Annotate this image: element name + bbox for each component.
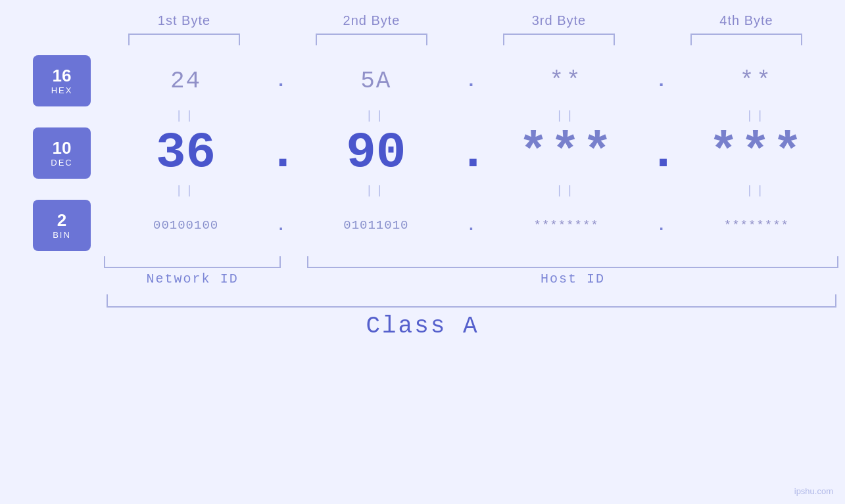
hex-val-b1: 24	[104, 68, 268, 95]
host-id-label: Host ID	[307, 271, 838, 286]
dec-val-b2: 90	[294, 125, 458, 181]
dec-val-b4: ***	[675, 125, 838, 181]
byte4-header: 4th Byte	[666, 13, 827, 28]
bracket-bottom-host-m2	[652, 256, 679, 268]
hex-val-b2: 5A	[294, 68, 458, 95]
dec-badge-number: 10	[53, 139, 72, 158]
eq1-b2: ||	[294, 109, 458, 122]
bin-val-b1: 00100100	[104, 218, 268, 233]
bracket-bottom-host-left	[307, 256, 467, 268]
bracket-bottom-host-right	[679, 256, 838, 268]
dec-val-b3: ***	[485, 125, 648, 181]
bin-val-b3: ********	[485, 218, 648, 233]
eq1-b4: ||	[675, 109, 838, 122]
eq2-b1: ||	[104, 184, 268, 197]
bracket-top-b1	[128, 34, 240, 45]
hex-dot-1: .	[268, 71, 294, 91]
watermark: ipshu.com	[794, 486, 833, 496]
eq2-b3: ||	[485, 184, 648, 197]
dec-badge-label: DEC	[51, 158, 72, 168]
dec-dot-2: .	[458, 125, 485, 181]
hex-val-b3: **	[485, 68, 648, 95]
bracket-bottom-b1	[104, 256, 281, 268]
bin-dot-3: .	[648, 217, 675, 235]
bin-dot-1: .	[268, 217, 294, 235]
hex-val-b4: **	[675, 68, 838, 95]
hex-badge-label: HEX	[51, 85, 73, 95]
bin-badge-number: 2	[57, 211, 66, 230]
bracket-top-b4	[690, 34, 802, 45]
bracket-bottom-host-m1	[468, 256, 494, 268]
dec-val-b1: 36	[104, 125, 268, 181]
byte2-header: 2nd Byte	[291, 13, 452, 28]
eq1-b3: ||	[485, 109, 648, 122]
network-id-label: Network ID	[104, 271, 281, 286]
main-container: 1st Byte 2nd Byte 3rd Byte 4th Byte 16 H…	[0, 0, 845, 504]
class-label: Class A	[0, 313, 845, 340]
bin-dot-2: .	[458, 217, 485, 235]
eq1-b1: ||	[104, 109, 268, 122]
bracket-bottom-host-mid	[494, 256, 652, 268]
dec-badge: 10 DEC	[33, 127, 91, 179]
dec-dot-3: .	[648, 125, 675, 181]
hex-dot-3: .	[648, 71, 675, 91]
bin-val-b4: ********	[675, 218, 838, 233]
bracket-top-b2	[316, 34, 427, 45]
dec-dot-1: .	[268, 125, 294, 181]
bracket-full-bottom	[107, 294, 836, 308]
bin-badge: 2 BIN	[33, 200, 91, 251]
byte3-header: 3rd Byte	[479, 13, 640, 28]
bracket-top-b3	[503, 34, 615, 45]
hex-dot-2: .	[458, 71, 485, 91]
hex-badge-number: 16	[53, 66, 72, 85]
eq2-b2: ||	[294, 184, 458, 197]
byte1-header: 1st Byte	[104, 13, 265, 28]
bin-val-b2: 01011010	[294, 218, 458, 233]
hex-badge: 16 HEX	[33, 55, 91, 106]
eq2-b4: ||	[675, 184, 838, 197]
bin-badge-label: BIN	[53, 230, 71, 240]
